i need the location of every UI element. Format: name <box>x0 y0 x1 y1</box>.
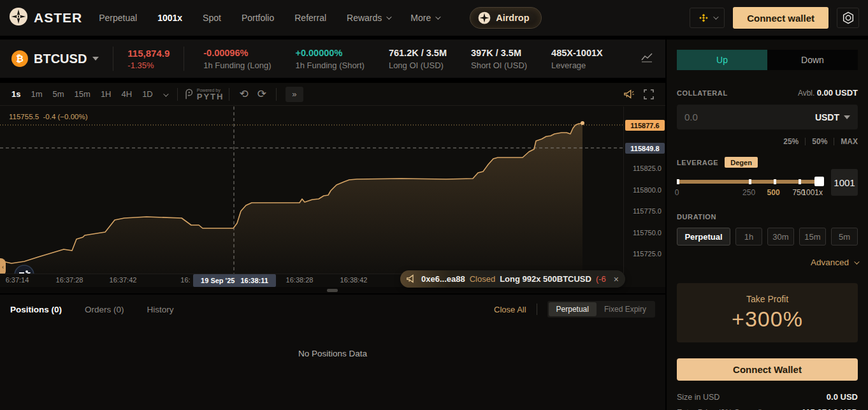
leverage-row: LEVERAGE Degen <box>677 157 858 168</box>
price-tick: 115725.0 <box>633 250 662 258</box>
nav-item-perpetual[interactable]: Perpetual <box>99 13 137 23</box>
positions-tabs-row: Positions (0)Orders (0)History Close All… <box>0 301 665 318</box>
redo-icon[interactable]: ⟳ <box>253 87 271 101</box>
positions-panel: Positions (0)Orders (0)History Close All… <box>0 294 665 410</box>
connect-wallet-button[interactable]: Connect wallet <box>733 7 828 29</box>
market-info-bar: ₿ BTCUSD 115,874.9 -1.35% -0.00096%1h Fu… <box>0 40 665 78</box>
duration-buttons: Perpetual1h30m15m5m <box>677 228 858 245</box>
expand-toolbar-button[interactable]: » <box>286 87 303 102</box>
expand-panel-handle[interactable]: ‹ <box>0 258 6 274</box>
market-stat: 485X-1001XLeverage <box>551 48 603 70</box>
price-tick: 115750.0 <box>633 229 662 237</box>
tab-orders-0-[interactable]: Orders (0) <box>85 305 124 314</box>
tab-history[interactable]: History <box>147 305 174 314</box>
mode-tab-fixed-expiry[interactable]: Fixed Expiry <box>597 302 654 316</box>
aster-logo-icon <box>9 7 28 29</box>
duration-5m[interactable]: 5m <box>831 228 858 245</box>
timeframe-15m[interactable]: 15m <box>69 87 96 101</box>
currency-selector[interactable]: USDT <box>815 112 850 122</box>
quick-amount-50pct[interactable]: 50% <box>812 137 827 146</box>
mode-tabs: PerpetualFixed Expiry <box>547 301 655 318</box>
price-block: 115,874.9 -1.35% <box>127 48 170 70</box>
chevron-down-icon <box>854 259 859 264</box>
duration-30m[interactable]: 30m <box>767 228 794 245</box>
market-stat: +0.00000%1h Funding (Short) <box>296 48 365 70</box>
duration-perpetual[interactable]: Perpetual <box>677 228 730 245</box>
slider-tick-label-250: 250 <box>742 188 755 197</box>
collateral-row: COLLATERAL Avbl. 0.00 USDT <box>677 88 858 98</box>
time-tick: 16:38:28 <box>286 276 314 284</box>
slider-tick-labels: 02505007501001x <box>677 188 823 196</box>
timeframe-1s[interactable]: 1s <box>6 87 25 101</box>
price-chart[interactable]: 115755.5 -0.4 (−0.00%) <box>0 106 623 274</box>
timeframe-1H[interactable]: 1H <box>96 87 117 101</box>
nav-item-referral[interactable]: Referral <box>294 13 326 23</box>
duration-label: DURATION <box>677 213 858 221</box>
nav-item-more[interactable]: More <box>410 13 439 23</box>
symbol-name: BTCUSD <box>34 52 87 66</box>
pyth-logo[interactable]: Powered by PYTH <box>183 88 224 101</box>
settings-button[interactable] <box>837 8 859 28</box>
stat-value: 397K / 3.5M <box>471 48 527 58</box>
quick-amount-25pct[interactable]: 25% <box>783 137 799 146</box>
time-tick: 16:38:42 <box>340 276 368 284</box>
chart-scrollbar[interactable] <box>0 287 665 293</box>
stat-value: 485X-1001X <box>551 48 603 58</box>
timeframe-5m[interactable]: 5m <box>48 87 69 101</box>
alert-megaphone-icon[interactable] <box>623 89 635 99</box>
caret-down-icon <box>92 57 99 61</box>
take-profit-value: +300% <box>732 307 803 332</box>
chart-scrollbar-handle[interactable] <box>327 289 338 292</box>
divider <box>184 47 184 71</box>
direction-tab-up[interactable]: Up <box>677 50 767 70</box>
chart-legend: 115755.5 -0.4 (−0.00%) <box>9 113 88 121</box>
nav-item-spot[interactable]: Spot <box>203 13 221 23</box>
available-balance: Avbl. 0.00 USDT <box>798 88 858 98</box>
collateral-input[interactable] <box>684 112 815 122</box>
nav-item-rewards[interactable]: Rewards <box>347 13 390 23</box>
nav-item-portfolio[interactable]: Portfolio <box>242 13 274 23</box>
trade-notification-toast[interactable]: 0xe6...ea88 Closed Long 992x 500BTCUSD (… <box>400 270 625 288</box>
leverage-label: LEVERAGE <box>677 159 718 166</box>
stat-label: 1h Funding (Long) <box>203 61 271 70</box>
close-all-button[interactable]: Close All <box>494 305 526 314</box>
slider-tick-label-1001x: 1001x <box>802 188 823 197</box>
price-axis[interactable]: 115877.6 115849.8 115825.0115800.0115775… <box>623 106 665 274</box>
duration-15m[interactable]: 15m <box>799 228 826 245</box>
mode-tab-perpetual[interactable]: Perpetual <box>549 302 597 316</box>
slider-track[interactable] <box>677 180 823 184</box>
chevron-down-icon <box>435 14 440 19</box>
timeframe-more[interactable] <box>158 87 172 101</box>
crosshair-price-label: 115849.8 <box>625 143 665 154</box>
chart-toggle-icon[interactable] <box>640 51 654 66</box>
quick-amount-max[interactable]: MAX <box>841 137 858 146</box>
slider-handle[interactable] <box>814 177 824 186</box>
toast-close-icon[interactable]: × <box>614 274 619 284</box>
undo-icon[interactable]: ⟲ <box>235 87 252 101</box>
tab-positions-0-[interactable]: Positions (0) <box>10 305 62 314</box>
leverage-slider[interactable]: 02505007501001x <box>677 169 823 197</box>
advanced-toggle[interactable]: Advanced <box>677 258 858 267</box>
connect-wallet-panel-button[interactable]: Connect Wallet <box>677 358 858 381</box>
fullscreen-icon[interactable] <box>644 89 654 99</box>
leverage-value-box[interactable]: 1001 <box>831 169 858 196</box>
airdrop-logo-icon <box>478 11 491 24</box>
symbol-selector[interactable]: ₿ BTCUSD <box>11 50 99 67</box>
direction-tab-down[interactable]: Down <box>767 50 858 70</box>
timeframe-4H[interactable]: 4H <box>117 87 138 101</box>
chain-selector[interactable] <box>690 8 725 28</box>
timeframe-1D[interactable]: 1D <box>137 87 158 101</box>
order-summary-rows: Size in USD0.0 USDEntry Price (0% Spread… <box>677 392 858 410</box>
empty-positions-message: No Positions Data <box>0 349 665 358</box>
degen-badge[interactable]: Degen <box>725 157 758 168</box>
summary-row: Size in USD0.0 USD <box>677 392 858 402</box>
airdrop-button[interactable]: Airdrop <box>470 7 541 29</box>
timeframe-1m[interactable]: 1m <box>25 87 47 101</box>
tradingview-logo[interactable] <box>14 265 34 274</box>
divider <box>276 88 277 101</box>
summary-value: 0.0 USD <box>827 392 858 402</box>
summary-row: Entry Price (0% Spread)115,874.9 USD <box>677 407 858 410</box>
nav-item-1001x[interactable]: 1001x <box>157 13 182 23</box>
brand[interactable]: ASTER <box>9 7 82 29</box>
duration-1h[interactable]: 1h <box>735 228 762 245</box>
